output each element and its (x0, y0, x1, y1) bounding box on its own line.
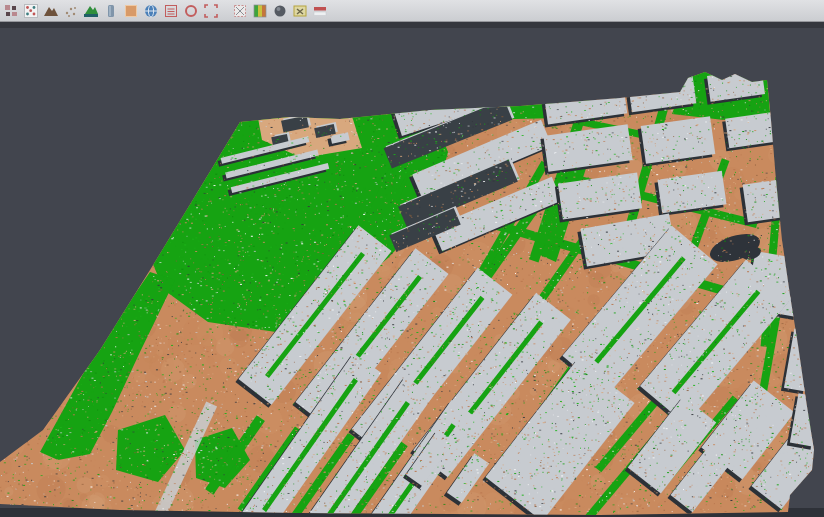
point-cloud-canvas[interactable] (0, 22, 824, 517)
sparse-points-icon[interactable] (62, 2, 80, 20)
list-lines-icon[interactable] (162, 2, 180, 20)
classification-palette-icon[interactable] (251, 2, 269, 20)
ortho-square-icon[interactable] (122, 2, 140, 20)
profile-slab-icon[interactable] (102, 2, 120, 20)
sphere-ball-icon[interactable] (271, 2, 289, 20)
viewport-3d[interactable] (0, 22, 824, 517)
bars-icon[interactable] (311, 2, 329, 20)
app-window (0, 0, 824, 517)
crop-x-icon[interactable] (291, 2, 309, 20)
ring-select-icon[interactable] (182, 2, 200, 20)
selection-grid-icon[interactable] (2, 2, 20, 20)
toolbar (0, 0, 824, 22)
globe-icon[interactable] (142, 2, 160, 20)
region-x-icon[interactable] (231, 2, 249, 20)
terrain-dtm-icon[interactable] (42, 2, 60, 20)
terrain-classified-icon[interactable] (82, 2, 100, 20)
crop-brackets-icon[interactable] (202, 2, 220, 20)
sample-dice-icon[interactable] (22, 2, 40, 20)
